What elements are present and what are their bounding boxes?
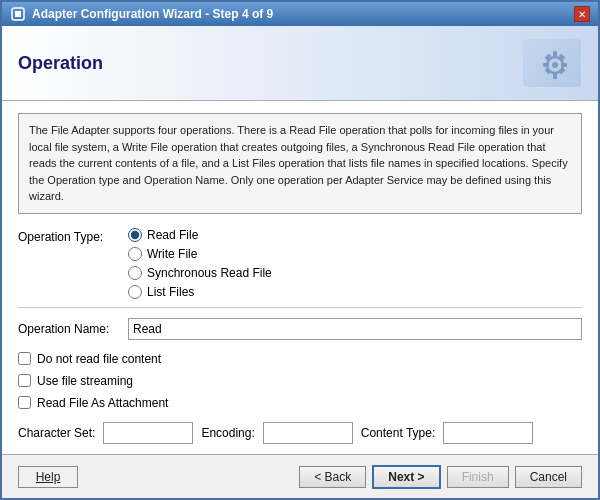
- checkbox-no-read-content-input[interactable]: [18, 352, 31, 365]
- svg-rect-1: [15, 11, 21, 17]
- operation-name-label: Operation Name:: [18, 322, 128, 336]
- description-box: The File Adapter supports four operation…: [18, 113, 582, 214]
- radio-list-files[interactable]: List Files: [128, 285, 272, 299]
- svg-rect-7: [543, 63, 549, 67]
- content-area: The File Adapter supports four operation…: [2, 101, 598, 454]
- radio-read-file-input[interactable]: [128, 228, 142, 242]
- back-button[interactable]: < Back: [299, 466, 366, 488]
- checkbox-no-read-content-label: Do not read file content: [37, 352, 161, 366]
- radio-list-files-label: List Files: [147, 285, 194, 299]
- checkbox-read-as-attachment-input[interactable]: [18, 396, 31, 409]
- footer-right: < Back Next > Finish Cancel: [299, 465, 582, 489]
- wizard-window: Adapter Configuration Wizard - Step 4 of…: [0, 0, 600, 500]
- checkbox-file-streaming-label: Use file streaming: [37, 374, 133, 388]
- help-button[interactable]: Help: [18, 466, 78, 488]
- svg-rect-2: [523, 39, 581, 87]
- checkbox-file-streaming-input[interactable]: [18, 374, 31, 387]
- encoding-input[interactable]: [263, 422, 353, 444]
- title-bar-left: Adapter Configuration Wizard - Step 4 of…: [10, 6, 273, 22]
- svg-rect-8: [561, 63, 567, 67]
- checkbox-no-read-content[interactable]: Do not read file content: [18, 352, 582, 366]
- finish-button[interactable]: Finish: [447, 466, 509, 488]
- content-type-input[interactable]: [443, 422, 533, 444]
- radio-write-file-input[interactable]: [128, 247, 142, 261]
- operation-type-label: Operation Type:: [18, 228, 128, 244]
- gear-icon: [522, 38, 582, 88]
- next-button[interactable]: Next >: [372, 465, 440, 489]
- radio-sync-read-file-input[interactable]: [128, 266, 142, 280]
- checkbox-read-as-attachment-label: Read File As Attachment: [37, 396, 168, 410]
- encoding-label: Encoding:: [201, 426, 254, 440]
- operation-type-radio-group: Read File Write File Synchronous Read Fi…: [128, 228, 272, 299]
- title-bar-text: Adapter Configuration Wizard - Step 4 of…: [32, 7, 273, 21]
- radio-list-files-input[interactable]: [128, 285, 142, 299]
- divider-1: [18, 307, 582, 308]
- character-set-input[interactable]: [103, 422, 193, 444]
- radio-write-file-label: Write File: [147, 247, 197, 261]
- svg-point-4: [552, 62, 558, 68]
- operation-name-row: Operation Name:: [18, 318, 582, 340]
- close-button[interactable]: ✕: [574, 6, 590, 22]
- title-bar: Adapter Configuration Wizard - Step 4 of…: [2, 2, 598, 26]
- radio-sync-read-file-label: Synchronous Read File: [147, 266, 272, 280]
- radio-read-file[interactable]: Read File: [128, 228, 272, 242]
- char-set-row: Character Set: Encoding: Content Type:: [18, 422, 582, 444]
- operation-name-input[interactable]: [128, 318, 582, 340]
- svg-rect-6: [553, 73, 557, 79]
- footer-left: Help: [18, 466, 78, 488]
- cancel-button[interactable]: Cancel: [515, 466, 582, 488]
- header-section: Operation: [2, 26, 598, 101]
- radio-read-file-label: Read File: [147, 228, 198, 242]
- operation-type-row: Operation Type: Read File Write File Syn…: [18, 228, 582, 299]
- checkbox-file-streaming[interactable]: Use file streaming: [18, 374, 582, 388]
- adapter-icon: [10, 6, 26, 22]
- footer: Help < Back Next > Finish Cancel: [2, 454, 598, 498]
- radio-write-file[interactable]: Write File: [128, 247, 272, 261]
- description-text: The File Adapter supports four operation…: [29, 124, 568, 202]
- svg-rect-5: [553, 51, 557, 57]
- content-type-label: Content Type:: [361, 426, 436, 440]
- radio-sync-read-file[interactable]: Synchronous Read File: [128, 266, 272, 280]
- checkbox-read-as-attachment[interactable]: Read File As Attachment: [18, 396, 582, 410]
- page-title: Operation: [18, 53, 103, 74]
- character-set-label: Character Set:: [18, 426, 95, 440]
